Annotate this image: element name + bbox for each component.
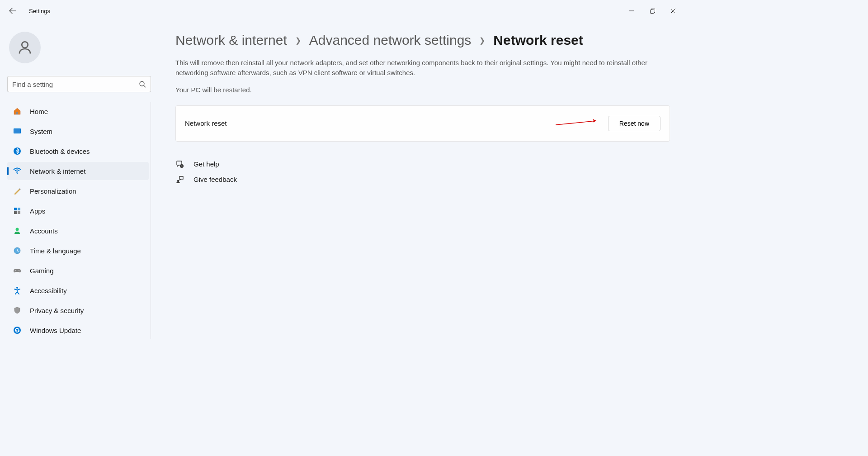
sidebar-item-accessibility[interactable]: Accessibility — [7, 281, 149, 299]
home-icon — [13, 107, 22, 116]
sidebar-item-gaming[interactable]: Gaming — [7, 261, 149, 280]
nav-label: Privacy & security — [30, 307, 84, 314]
sidebar: Home System Bluetooth & devices Network … — [0, 22, 158, 456]
titlebar: Settings — [0, 0, 687, 22]
sidebar-item-bluetooth[interactable]: Bluetooth & devices — [7, 142, 149, 160]
help-links: ? Get help Give feedback — [175, 160, 670, 184]
svg-rect-3 — [16, 112, 18, 114]
feedback-icon — [175, 175, 184, 184]
breadcrumb-advanced[interactable]: Advanced network settings — [309, 33, 472, 48]
svg-point-12 — [16, 228, 19, 231]
svg-rect-11 — [18, 211, 20, 214]
sidebar-item-home[interactable]: Home — [7, 102, 149, 120]
svg-rect-9 — [18, 208, 20, 210]
give-feedback-link[interactable]: Give feedback — [175, 175, 670, 184]
nav-label: Network & internet — [30, 167, 85, 175]
close-icon — [671, 9, 675, 13]
apps-icon — [13, 206, 22, 215]
sidebar-item-privacy[interactable]: Privacy & security — [7, 301, 149, 319]
nav-label: Accounts — [30, 227, 58, 235]
bluetooth-icon — [13, 147, 22, 156]
sidebar-item-accounts[interactable]: Accounts — [7, 222, 149, 240]
nav-label: Accessibility — [30, 287, 67, 294]
svg-rect-5 — [14, 129, 20, 133]
card-label: Network reset — [185, 119, 227, 127]
maximize-icon — [650, 9, 655, 14]
close-button[interactable] — [663, 4, 684, 18]
feedback-label: Give feedback — [193, 176, 237, 183]
update-icon — [13, 326, 22, 335]
sidebar-item-network[interactable]: Network & internet — [7, 162, 149, 180]
description-text: This will remove then reinstall all your… — [175, 58, 655, 78]
svg-line-18 — [556, 121, 596, 125]
nav-label: Bluetooth & devices — [30, 147, 90, 155]
network-reset-card: Network reset Reset now — [175, 105, 670, 142]
help-icon: ? — [175, 160, 184, 169]
sidebar-item-update[interactable]: Windows Update — [7, 321, 149, 339]
breadcrumb-current: Network reset — [493, 33, 583, 48]
restart-note: Your PC will be restarted. — [175, 86, 670, 94]
search-icon — [139, 81, 146, 88]
svg-rect-10 — [14, 211, 17, 214]
breadcrumb: Network & internet ❯ Advanced network se… — [175, 33, 670, 48]
back-button[interactable] — [4, 2, 22, 20]
accessibility-icon — [13, 286, 22, 295]
search-input[interactable] — [12, 81, 139, 88]
personalization-icon — [13, 186, 22, 195]
svg-point-16 — [16, 287, 18, 289]
minimize-icon — [629, 9, 634, 13]
reset-now-button[interactable]: Reset now — [608, 116, 660, 131]
time-icon — [13, 246, 22, 255]
nav-label: Apps — [30, 207, 45, 215]
search-box[interactable] — [7, 76, 151, 92]
window-title: Settings — [29, 8, 50, 14]
window-controls — [621, 4, 684, 18]
nav-label: Home — [30, 108, 48, 115]
svg-point-21 — [177, 180, 179, 181]
chevron-right-icon: ❯ — [295, 36, 301, 45]
nav-label: System — [30, 128, 52, 135]
wifi-icon — [13, 166, 22, 176]
user-icon — [17, 39, 33, 56]
nav-label: Personalization — [30, 187, 76, 195]
nav-list: Home System Bluetooth & devices Network … — [7, 102, 151, 339]
svg-rect-8 — [14, 208, 17, 210]
nav-label: Time & language — [30, 247, 81, 255]
sidebar-item-system[interactable]: System — [7, 122, 149, 140]
help-label: Get help — [193, 160, 219, 168]
maximize-button[interactable] — [642, 4, 663, 18]
minimize-button[interactable] — [621, 4, 642, 18]
chevron-right-icon: ❯ — [479, 36, 485, 45]
back-arrow-icon — [9, 7, 16, 14]
gaming-icon — [13, 266, 22, 275]
nav-label: Gaming — [30, 267, 54, 275]
sidebar-item-time[interactable]: Time & language — [7, 242, 149, 260]
sidebar-item-apps[interactable]: Apps — [7, 202, 149, 220]
sidebar-item-personalization[interactable]: Personalization — [7, 182, 149, 200]
svg-point-15 — [19, 270, 19, 271]
svg-point-7 — [17, 173, 18, 174]
accounts-icon — [13, 226, 22, 235]
breadcrumb-network[interactable]: Network & internet — [175, 33, 287, 48]
svg-point-14 — [15, 270, 16, 271]
system-icon — [13, 127, 22, 136]
main-content: Network & internet ❯ Advanced network se… — [158, 22, 687, 456]
annotation-arrow — [556, 118, 601, 129]
svg-rect-0 — [650, 10, 654, 13]
privacy-icon — [13, 306, 22, 315]
svg-point-2 — [140, 81, 144, 86]
get-help-link[interactable]: ? Get help — [175, 160, 670, 169]
svg-point-1 — [22, 42, 28, 48]
user-avatar[interactable] — [9, 32, 41, 63]
nav-label: Windows Update — [30, 327, 81, 334]
svg-point-17 — [14, 327, 21, 334]
